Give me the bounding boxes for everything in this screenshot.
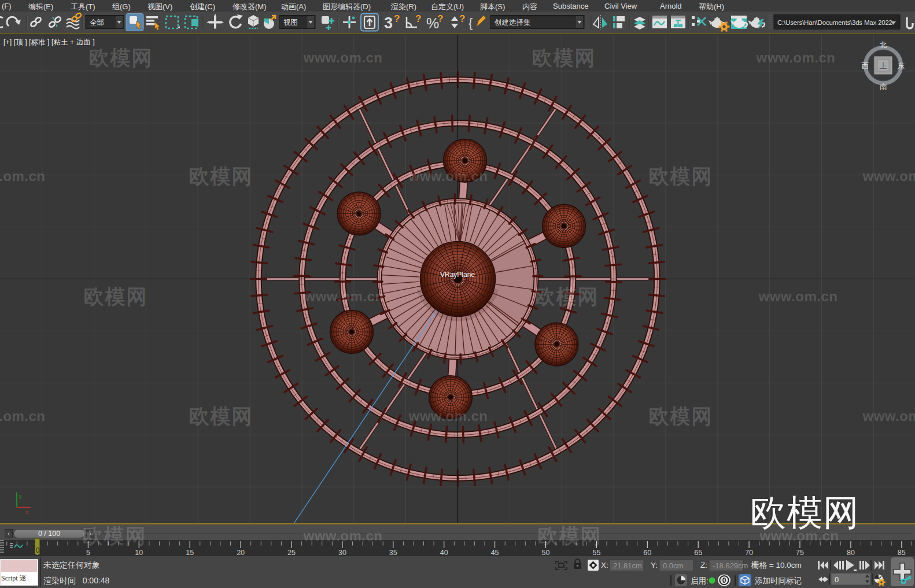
svg-text:{: { — [468, 16, 473, 30]
svg-text:0: 0 — [835, 575, 839, 584]
svg-text:启用:: 启用: — [691, 576, 709, 585]
svg-text:5: 5 — [86, 549, 90, 556]
svg-text:25: 25 — [287, 549, 296, 556]
svg-text:35: 35 — [389, 549, 397, 556]
svg-text:x: x — [25, 509, 28, 515]
svg-text:20: 20 — [237, 549, 245, 556]
svg-text:-18.629cm: -18.629cm — [713, 561, 748, 570]
svg-text:?: ? — [437, 13, 443, 24]
svg-text:南: 南 — [880, 83, 887, 91]
svg-text:X:: X: — [601, 561, 608, 569]
svg-text:东: 东 — [898, 61, 905, 69]
svg-text:70: 70 — [745, 549, 753, 556]
svg-text:视图: 视图 — [283, 19, 298, 27]
svg-text:y: y — [19, 493, 22, 498]
svg-text:40: 40 — [440, 549, 448, 556]
svg-text:80: 80 — [847, 549, 855, 556]
svg-text:21.81cm: 21.81cm — [613, 561, 642, 570]
svg-text:45: 45 — [491, 549, 499, 556]
svg-text:75: 75 — [796, 549, 804, 556]
svg-text:添加时间标记: 添加时间标记 — [755, 576, 802, 585]
svg-text:0: 0 — [722, 576, 726, 585]
svg-text:?: ? — [394, 13, 400, 24]
svg-text:60: 60 — [643, 549, 651, 556]
svg-text:上: 上 — [880, 61, 887, 69]
svg-text:3: 3 — [384, 14, 393, 32]
svg-text:栅格 = 10.0cm: 栅格 = 10.0cm — [751, 561, 802, 569]
svg-text:西: 西 — [862, 61, 869, 69]
svg-text:?: ? — [459, 13, 465, 24]
svg-text:85: 85 — [898, 549, 906, 556]
svg-text:65: 65 — [694, 549, 702, 556]
svg-text:C:\Users\Han\Documents\3ds Max: C:\Users\Han\Documents\3ds Max 2022 — [777, 19, 892, 26]
svg-text:Z:: Z: — [700, 561, 707, 569]
svg-text:50: 50 — [542, 549, 550, 556]
svg-text:0.0cm: 0.0cm — [663, 561, 683, 570]
svg-text:?: ? — [415, 13, 421, 24]
svg-text:VRayPlane: VRayPlane — [440, 270, 475, 278]
svg-text:10: 10 — [135, 549, 143, 556]
svg-text:Y:: Y: — [651, 561, 658, 569]
svg-text:全部: 全部 — [90, 19, 104, 27]
svg-text:创建选择集: 创建选择集 — [494, 19, 531, 27]
svg-text:30: 30 — [338, 549, 346, 556]
svg-text:15: 15 — [186, 549, 194, 556]
svg-text:北: 北 — [880, 41, 887, 49]
svg-text:55: 55 — [592, 549, 600, 556]
svg-text:[+] [顶 ] [标准 ] [粘土 + 边面 ]: [+] [顶 ] [标准 ] [粘土 + 边面 ] — [3, 38, 95, 46]
